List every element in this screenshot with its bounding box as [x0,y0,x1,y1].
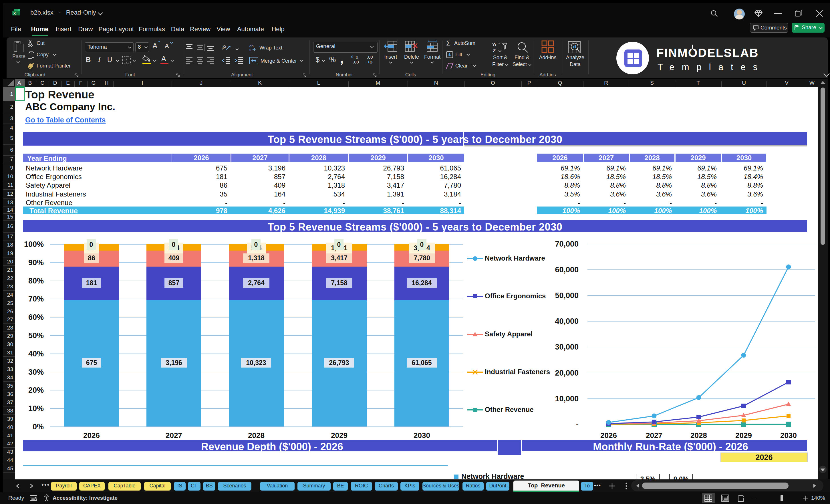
svg-text:c: c [249,48,251,52]
svg-text:0: 0 [370,60,372,64]
svg-text:A: A [493,42,496,47]
svg-text:x: x [13,11,16,15]
svg-text:.00: .00 [367,55,373,60]
svg-text:Z: Z [493,48,496,54]
svg-text:0: 0 [356,55,358,60]
svg-text:.00: .00 [353,60,359,64]
